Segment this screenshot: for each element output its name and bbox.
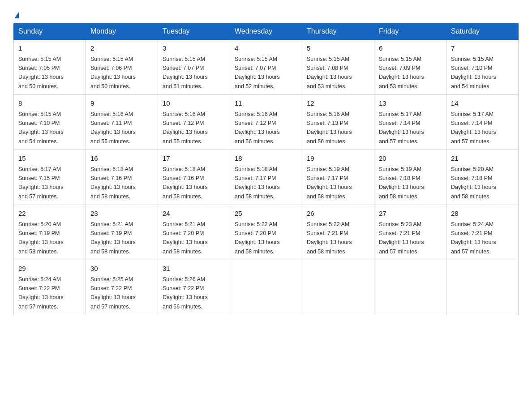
calendar-cell: 23 Sunrise: 5:21 AMSunset: 7:19 PMDaylig… (86, 205, 158, 260)
day-number: 27 (379, 209, 442, 219)
calendar-cell: 13 Sunrise: 5:17 AMSunset: 7:14 PMDaylig… (374, 95, 446, 150)
day-number: 16 (90, 154, 153, 164)
calendar-week-row: 8 Sunrise: 5:15 AMSunset: 7:10 PMDayligh… (14, 95, 519, 150)
day-header-saturday: Saturday (446, 24, 519, 40)
calendar-cell: 5 Sunrise: 5:15 AMSunset: 7:08 PMDayligh… (302, 39, 374, 95)
day-info: Sunrise: 5:16 AMSunset: 7:13 PMDaylight:… (307, 111, 352, 145)
calendar-week-row: 22 Sunrise: 5:20 AMSunset: 7:19 PMDaylig… (14, 205, 519, 260)
day-number: 13 (379, 98, 442, 109)
calendar-header-row: SundayMondayTuesdayWednesdayThursdayFrid… (14, 24, 519, 40)
calendar-cell: 24 Sunrise: 5:21 AMSunset: 7:20 PMDaylig… (158, 205, 230, 260)
day-number: 15 (18, 154, 81, 164)
day-info: Sunrise: 5:26 AMSunset: 7:22 PMDaylight:… (163, 276, 208, 310)
calendar-cell (230, 260, 302, 315)
calendar-cell: 10 Sunrise: 5:16 AMSunset: 7:12 PMDaylig… (158, 95, 230, 150)
calendar-cell: 8 Sunrise: 5:15 AMSunset: 7:10 PMDayligh… (14, 95, 86, 150)
day-number: 28 (451, 209, 514, 219)
calendar-cell: 4 Sunrise: 5:15 AMSunset: 7:07 PMDayligh… (230, 39, 302, 95)
calendar-cell: 26 Sunrise: 5:22 AMSunset: 7:21 PMDaylig… (302, 205, 374, 260)
logo (13, 9, 19, 19)
calendar-cell: 1 Sunrise: 5:15 AMSunset: 7:05 PMDayligh… (14, 39, 86, 95)
day-number: 21 (451, 154, 514, 164)
day-number: 11 (235, 98, 297, 109)
calendar-cell: 17 Sunrise: 5:18 AMSunset: 7:16 PMDaylig… (158, 150, 230, 205)
day-number: 25 (235, 209, 297, 219)
day-info: Sunrise: 5:18 AMSunset: 7:17 PMDaylight:… (235, 166, 280, 200)
day-number: 2 (90, 43, 153, 54)
calendar-cell: 25 Sunrise: 5:22 AMSunset: 7:20 PMDaylig… (230, 205, 302, 260)
calendar-cell (374, 260, 446, 315)
calendar-cell (446, 260, 519, 315)
calendar-cell: 31 Sunrise: 5:26 AMSunset: 7:22 PMDaylig… (158, 260, 230, 315)
day-number: 10 (163, 98, 225, 109)
day-number: 14 (451, 98, 514, 109)
day-number: 17 (163, 154, 225, 164)
calendar-cell: 2 Sunrise: 5:15 AMSunset: 7:06 PMDayligh… (86, 39, 158, 95)
day-info: Sunrise: 5:17 AMSunset: 7:14 PMDaylight:… (451, 111, 496, 145)
day-number: 8 (18, 98, 81, 109)
day-number: 23 (90, 209, 153, 219)
day-number: 3 (163, 43, 225, 54)
day-info: Sunrise: 5:15 AMSunset: 7:10 PMDaylight:… (18, 111, 64, 145)
calendar-week-row: 15 Sunrise: 5:17 AMSunset: 7:15 PMDaylig… (14, 150, 519, 205)
calendar-cell (302, 260, 374, 315)
calendar-week-row: 1 Sunrise: 5:15 AMSunset: 7:05 PMDayligh… (14, 39, 519, 95)
day-info: Sunrise: 5:22 AMSunset: 7:21 PMDaylight:… (307, 221, 352, 255)
day-number: 9 (90, 98, 153, 109)
day-info: Sunrise: 5:17 AMSunset: 7:14 PMDaylight:… (379, 111, 424, 145)
day-header-monday: Monday (86, 24, 158, 40)
day-header-wednesday: Wednesday (230, 24, 302, 40)
day-info: Sunrise: 5:24 AMSunset: 7:21 PMDaylight:… (451, 221, 496, 255)
day-info: Sunrise: 5:20 AMSunset: 7:19 PMDaylight:… (18, 221, 64, 255)
day-info: Sunrise: 5:18 AMSunset: 7:16 PMDaylight:… (90, 166, 136, 200)
calendar-cell: 9 Sunrise: 5:16 AMSunset: 7:11 PMDayligh… (86, 95, 158, 150)
calendar-cell: 14 Sunrise: 5:17 AMSunset: 7:14 PMDaylig… (446, 95, 519, 150)
day-info: Sunrise: 5:19 AMSunset: 7:18 PMDaylight:… (379, 166, 424, 200)
day-info: Sunrise: 5:15 AMSunset: 7:09 PMDaylight:… (379, 56, 424, 90)
day-info: Sunrise: 5:15 AMSunset: 7:07 PMDaylight:… (235, 56, 280, 90)
calendar-week-row: 29 Sunrise: 5:24 AMSunset: 7:22 PMDaylig… (14, 260, 519, 315)
day-number: 29 (18, 264, 81, 274)
calendar-cell: 6 Sunrise: 5:15 AMSunset: 7:09 PMDayligh… (374, 39, 446, 95)
day-info: Sunrise: 5:22 AMSunset: 7:20 PMDaylight:… (235, 221, 280, 255)
day-header-friday: Friday (374, 24, 446, 40)
calendar-cell: 21 Sunrise: 5:20 AMSunset: 7:18 PMDaylig… (446, 150, 519, 205)
day-number: 7 (451, 43, 514, 54)
day-number: 30 (90, 264, 153, 274)
calendar-cell: 29 Sunrise: 5:24 AMSunset: 7:22 PMDaylig… (14, 260, 86, 315)
logo-triangle-icon (14, 12, 19, 18)
day-number: 12 (307, 98, 369, 109)
calendar-cell: 27 Sunrise: 5:23 AMSunset: 7:21 PMDaylig… (374, 205, 446, 260)
day-info: Sunrise: 5:16 AMSunset: 7:12 PMDaylight:… (163, 111, 208, 145)
day-number: 18 (235, 154, 297, 164)
calendar-cell: 7 Sunrise: 5:15 AMSunset: 7:10 PMDayligh… (446, 39, 519, 95)
day-info: Sunrise: 5:21 AMSunset: 7:19 PMDaylight:… (90, 221, 136, 255)
day-info: Sunrise: 5:15 AMSunset: 7:05 PMDaylight:… (18, 56, 64, 90)
calendar-cell: 12 Sunrise: 5:16 AMSunset: 7:13 PMDaylig… (302, 95, 374, 150)
day-info: Sunrise: 5:19 AMSunset: 7:17 PMDaylight:… (307, 166, 352, 200)
calendar-cell: 22 Sunrise: 5:20 AMSunset: 7:19 PMDaylig… (14, 205, 86, 260)
calendar-cell: 20 Sunrise: 5:19 AMSunset: 7:18 PMDaylig… (374, 150, 446, 205)
logo-general-line (13, 9, 19, 19)
day-info: Sunrise: 5:25 AMSunset: 7:22 PMDaylight:… (90, 276, 136, 310)
calendar-cell: 11 Sunrise: 5:16 AMSunset: 7:12 PMDaylig… (230, 95, 302, 150)
day-number: 26 (307, 209, 369, 219)
day-number: 20 (379, 154, 442, 164)
day-header-tuesday: Tuesday (158, 24, 230, 40)
calendar-cell: 30 Sunrise: 5:25 AMSunset: 7:22 PMDaylig… (86, 260, 158, 315)
day-number: 19 (307, 154, 369, 164)
calendar-cell: 28 Sunrise: 5:24 AMSunset: 7:21 PMDaylig… (446, 205, 519, 260)
day-info: Sunrise: 5:15 AMSunset: 7:08 PMDaylight:… (307, 56, 352, 90)
day-number: 5 (307, 43, 369, 54)
day-info: Sunrise: 5:15 AMSunset: 7:07 PMDaylight:… (163, 56, 208, 90)
day-info: Sunrise: 5:18 AMSunset: 7:16 PMDaylight:… (163, 166, 208, 200)
page-header (13, 9, 519, 19)
calendar-cell: 15 Sunrise: 5:17 AMSunset: 7:15 PMDaylig… (14, 150, 86, 205)
day-info: Sunrise: 5:23 AMSunset: 7:21 PMDaylight:… (379, 221, 424, 255)
day-info: Sunrise: 5:21 AMSunset: 7:20 PMDaylight:… (163, 221, 208, 255)
day-info: Sunrise: 5:16 AMSunset: 7:12 PMDaylight:… (235, 111, 280, 145)
day-number: 1 (18, 43, 81, 54)
day-header-thursday: Thursday (302, 24, 374, 40)
day-info: Sunrise: 5:16 AMSunset: 7:11 PMDaylight:… (90, 111, 136, 145)
day-number: 6 (379, 43, 442, 54)
